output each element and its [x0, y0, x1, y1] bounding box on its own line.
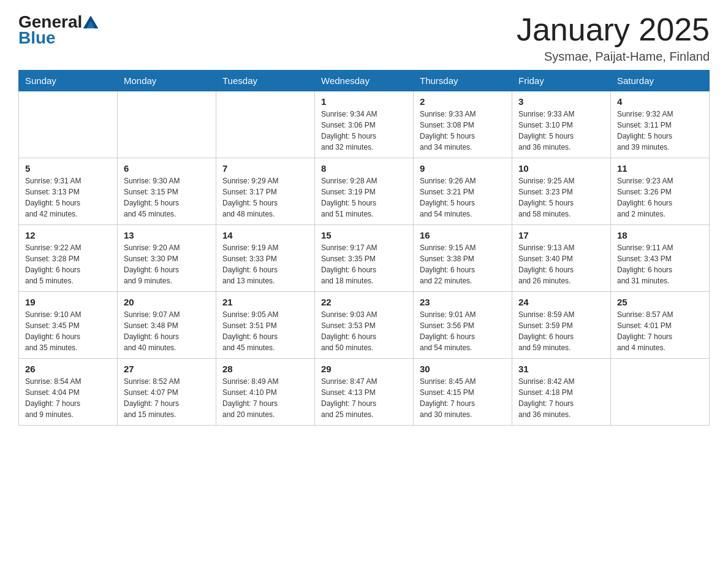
calendar-cell — [118, 91, 216, 158]
day-info: Sunrise: 8:49 AMSunset: 4:10 PMDaylight:… — [222, 376, 308, 420]
calendar-cell: 23Sunrise: 9:01 AMSunset: 3:56 PMDayligh… — [414, 292, 512, 359]
day-number: 5 — [25, 163, 111, 174]
calendar-cell: 20Sunrise: 9:07 AMSunset: 3:48 PMDayligh… — [118, 292, 216, 359]
subtitle: Sysmae, Paijat-Hame, Finland — [517, 50, 710, 64]
day-number: 20 — [124, 297, 210, 307]
day-number: 8 — [321, 163, 407, 174]
day-number: 15 — [321, 230, 407, 240]
day-info: Sunrise: 9:07 AMSunset: 3:48 PMDaylight:… — [124, 309, 210, 353]
day-info: Sunrise: 9:22 AMSunset: 3:28 PMDaylight:… — [25, 242, 111, 286]
weekday-header-monday: Monday — [118, 71, 216, 91]
day-number: 17 — [518, 230, 604, 240]
calendar-cell — [216, 91, 315, 158]
calendar-cell: 2Sunrise: 9:33 AMSunset: 3:08 PMDaylight… — [414, 91, 512, 158]
calendar-cell: 19Sunrise: 9:10 AMSunset: 3:45 PMDayligh… — [19, 292, 118, 359]
calendar-cell: 22Sunrise: 9:03 AMSunset: 3:53 PMDayligh… — [315, 292, 414, 359]
calendar-cell: 12Sunrise: 9:22 AMSunset: 3:28 PMDayligh… — [19, 225, 118, 292]
calendar-table: SundayMondayTuesdayWednesdayThursdayFrid… — [18, 70, 710, 426]
day-info: Sunrise: 9:10 AMSunset: 3:45 PMDaylight:… — [25, 309, 111, 353]
calendar-cell: 26Sunrise: 8:54 AMSunset: 4:04 PMDayligh… — [19, 359, 118, 426]
day-number: 13 — [124, 230, 210, 240]
calendar-cell: 5Sunrise: 9:31 AMSunset: 3:13 PMDaylight… — [19, 158, 118, 225]
day-number: 18 — [617, 230, 703, 240]
day-info: Sunrise: 9:05 AMSunset: 3:51 PMDaylight:… — [222, 309, 308, 353]
calendar-cell: 29Sunrise: 8:47 AMSunset: 4:13 PMDayligh… — [315, 359, 414, 426]
page-header: General Blue January 2025 Sysmae, Paijat… — [18, 12, 710, 64]
calendar-cell: 9Sunrise: 9:26 AMSunset: 3:21 PMDaylight… — [414, 158, 512, 225]
logo: General Blue — [18, 12, 99, 48]
day-number: 7 — [222, 163, 308, 174]
day-number: 14 — [222, 230, 308, 240]
calendar-cell: 11Sunrise: 9:23 AMSunset: 3:26 PMDayligh… — [611, 158, 710, 225]
day-info: Sunrise: 9:33 AMSunset: 3:10 PMDaylight:… — [518, 109, 604, 153]
day-info: Sunrise: 9:32 AMSunset: 3:11 PMDaylight:… — [617, 109, 703, 153]
calendar-week-row: 12Sunrise: 9:22 AMSunset: 3:28 PMDayligh… — [19, 225, 710, 292]
calendar-week-row: 26Sunrise: 8:54 AMSunset: 4:04 PMDayligh… — [19, 359, 710, 426]
day-info: Sunrise: 9:13 AMSunset: 3:40 PMDaylight:… — [518, 242, 604, 286]
day-info: Sunrise: 9:19 AMSunset: 3:33 PMDaylight:… — [222, 242, 308, 286]
day-info: Sunrise: 9:33 AMSunset: 3:08 PMDaylight:… — [420, 109, 506, 153]
day-info: Sunrise: 9:30 AMSunset: 3:15 PMDaylight:… — [124, 175, 210, 220]
day-number: 3 — [518, 96, 604, 107]
month-title: January 2025 — [517, 12, 710, 47]
day-number: 21 — [222, 297, 308, 307]
calendar-cell: 6Sunrise: 9:30 AMSunset: 3:15 PMDaylight… — [118, 158, 216, 225]
calendar-cell: 27Sunrise: 8:52 AMSunset: 4:07 PMDayligh… — [118, 359, 216, 426]
calendar-cell: 30Sunrise: 8:45 AMSunset: 4:15 PMDayligh… — [414, 359, 512, 426]
calendar-week-row: 19Sunrise: 9:10 AMSunset: 3:45 PMDayligh… — [19, 292, 710, 359]
calendar-cell: 17Sunrise: 9:13 AMSunset: 3:40 PMDayligh… — [512, 225, 611, 292]
calendar-cell: 4Sunrise: 9:32 AMSunset: 3:11 PMDaylight… — [611, 91, 710, 158]
day-info: Sunrise: 9:11 AMSunset: 3:43 PMDaylight:… — [617, 242, 703, 286]
calendar-cell — [611, 359, 710, 426]
weekday-header-friday: Friday — [512, 71, 611, 91]
day-info: Sunrise: 8:59 AMSunset: 3:59 PMDaylight:… — [518, 309, 604, 353]
day-info: Sunrise: 9:31 AMSunset: 3:13 PMDaylight:… — [25, 175, 111, 220]
calendar-cell: 1Sunrise: 9:34 AMSunset: 3:06 PMDaylight… — [315, 91, 414, 158]
day-number: 1 — [321, 96, 407, 107]
day-number: 29 — [321, 364, 407, 374]
day-number: 27 — [124, 364, 210, 374]
day-info: Sunrise: 9:28 AMSunset: 3:19 PMDaylight:… — [321, 175, 407, 220]
calendar-cell: 18Sunrise: 9:11 AMSunset: 3:43 PMDayligh… — [611, 225, 710, 292]
day-number: 30 — [420, 364, 506, 374]
day-number: 12 — [25, 230, 111, 240]
day-number: 19 — [25, 297, 111, 307]
day-number: 4 — [617, 96, 703, 107]
calendar-cell: 8Sunrise: 9:28 AMSunset: 3:19 PMDaylight… — [315, 158, 414, 225]
day-info: Sunrise: 9:01 AMSunset: 3:56 PMDaylight:… — [420, 309, 506, 353]
calendar-cell: 31Sunrise: 8:42 AMSunset: 4:18 PMDayligh… — [512, 359, 611, 426]
day-number: 28 — [222, 364, 308, 374]
day-info: Sunrise: 9:25 AMSunset: 3:23 PMDaylight:… — [518, 175, 604, 220]
day-info: Sunrise: 8:52 AMSunset: 4:07 PMDaylight:… — [124, 376, 210, 420]
day-info: Sunrise: 9:26 AMSunset: 3:21 PMDaylight:… — [420, 175, 506, 220]
weekday-header-thursday: Thursday — [414, 71, 512, 91]
day-info: Sunrise: 8:42 AMSunset: 4:18 PMDaylight:… — [518, 376, 604, 420]
day-number: 26 — [25, 364, 111, 374]
day-info: Sunrise: 8:47 AMSunset: 4:13 PMDaylight:… — [321, 376, 407, 420]
day-info: Sunrise: 8:45 AMSunset: 4:15 PMDaylight:… — [420, 376, 506, 420]
day-number: 24 — [518, 297, 604, 307]
day-info: Sunrise: 8:54 AMSunset: 4:04 PMDaylight:… — [25, 376, 111, 420]
calendar-cell: 24Sunrise: 8:59 AMSunset: 3:59 PMDayligh… — [512, 292, 611, 359]
day-number: 31 — [518, 364, 604, 374]
weekday-header-sunday: Sunday — [19, 71, 118, 91]
day-info: Sunrise: 9:20 AMSunset: 3:30 PMDaylight:… — [124, 242, 210, 286]
day-number: 11 — [617, 163, 703, 174]
day-info: Sunrise: 8:57 AMSunset: 4:01 PMDaylight:… — [617, 309, 703, 353]
calendar-cell: 14Sunrise: 9:19 AMSunset: 3:33 PMDayligh… — [216, 225, 315, 292]
day-number: 6 — [124, 163, 210, 174]
day-info: Sunrise: 9:17 AMSunset: 3:35 PMDaylight:… — [321, 242, 407, 286]
calendar-cell: 16Sunrise: 9:15 AMSunset: 3:38 PMDayligh… — [414, 225, 512, 292]
calendar-cell: 10Sunrise: 9:25 AMSunset: 3:23 PMDayligh… — [512, 158, 611, 225]
day-number: 9 — [420, 163, 506, 174]
calendar-week-row: 1Sunrise: 9:34 AMSunset: 3:06 PMDaylight… — [19, 91, 710, 158]
day-number: 25 — [617, 297, 703, 307]
weekday-header-tuesday: Tuesday — [216, 71, 315, 91]
weekday-header-wednesday: Wednesday — [315, 71, 414, 91]
calendar-cell: 21Sunrise: 9:05 AMSunset: 3:51 PMDayligh… — [216, 292, 315, 359]
weekday-header-saturday: Saturday — [611, 71, 710, 91]
calendar-cell: 25Sunrise: 8:57 AMSunset: 4:01 PMDayligh… — [611, 292, 710, 359]
day-info: Sunrise: 9:23 AMSunset: 3:26 PMDaylight:… — [617, 175, 703, 220]
day-number: 16 — [420, 230, 506, 240]
day-info: Sunrise: 9:34 AMSunset: 3:06 PMDaylight:… — [321, 109, 407, 153]
